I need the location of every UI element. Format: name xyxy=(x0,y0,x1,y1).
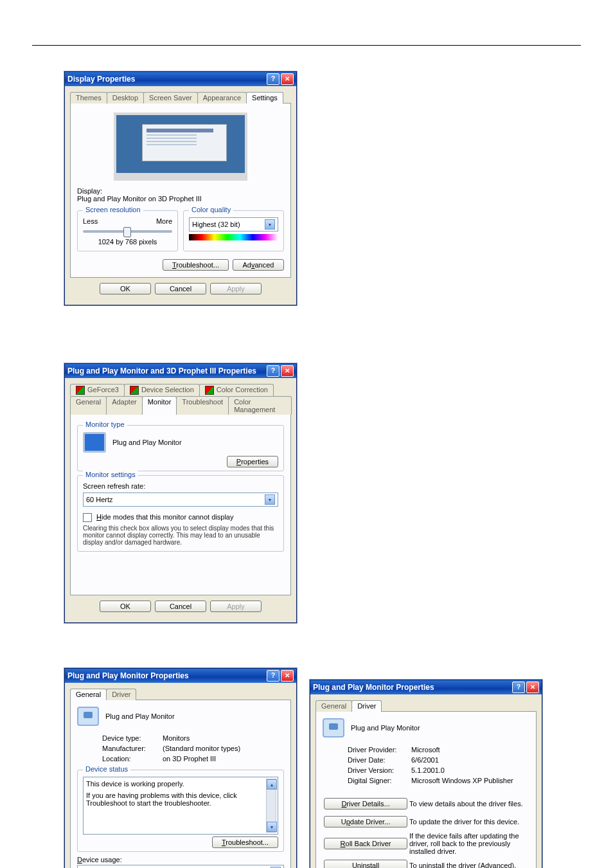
close-icon[interactable]: ✕ xyxy=(281,670,294,682)
titlebar[interactable]: Plug and Play Monitor and 3D Prophet III… xyxy=(65,364,296,378)
manufacturer-label: Manufacturer: xyxy=(102,744,161,753)
status-line-1: This device is working properly. xyxy=(86,780,275,788)
close-icon[interactable]: ✕ xyxy=(526,682,539,693)
tab-appearance[interactable]: Appearance xyxy=(197,92,247,104)
help-icon[interactable]: ? xyxy=(267,73,280,85)
tab-general[interactable]: General xyxy=(70,689,107,700)
general-panel: Plug and Play Monitor Device type:Monito… xyxy=(70,700,291,868)
chevron-down-icon: ▾ xyxy=(265,494,275,505)
tab-general[interactable]: General xyxy=(70,396,107,415)
monitor-type-legend: Monitor type xyxy=(83,420,127,428)
slider-less-label: Less xyxy=(83,217,98,225)
scroll-down-icon[interactable]: ▾ xyxy=(267,822,277,832)
tab-adapter[interactable]: Adapter xyxy=(106,396,143,415)
advanced-button[interactable]: Advanced xyxy=(233,259,284,271)
tab-troubleshoot[interactable]: Troubleshoot xyxy=(176,396,229,415)
rollback-driver-desc: If the device fails after updating the d… xyxy=(409,831,528,856)
settings-panel: Display: Plug and Play Monitor on 3D Pro… xyxy=(70,103,291,278)
ok-button[interactable]: OK xyxy=(100,601,151,612)
monitor-icon xyxy=(83,432,106,453)
rollback-driver-button[interactable]: Roll Back Driver xyxy=(324,838,407,849)
tab-desktop[interactable]: Desktop xyxy=(107,92,144,104)
scrollbar[interactable]: ▴ ▾ xyxy=(266,779,276,833)
nvidia-icon xyxy=(76,386,85,395)
tab-strip: General Driver xyxy=(315,700,537,712)
tab-driver[interactable]: Driver xyxy=(351,700,382,712)
device-type-label: Device type: xyxy=(102,734,161,743)
tab-monitor[interactable]: Monitor xyxy=(142,396,177,415)
tab-device-selection[interactable]: Device Selection xyxy=(124,384,200,396)
window-title: Plug and Play Monitor Properties xyxy=(67,671,189,680)
titlebar[interactable]: Display Properties ? ✕ xyxy=(65,72,296,86)
close-icon[interactable]: ✕ xyxy=(281,365,294,377)
properties-button[interactable]: Properties xyxy=(227,456,278,467)
driver-details-desc: To view details about the driver files. xyxy=(409,795,528,812)
troubleshoot-label: roubleshoot... xyxy=(176,261,219,269)
tab-settings[interactable]: Settings xyxy=(246,92,283,104)
manufacturer-value: (Standard monitor types) xyxy=(162,744,241,753)
ok-button[interactable]: OK xyxy=(100,283,151,294)
date-label: Driver Date: xyxy=(347,755,409,764)
nvidia-icon xyxy=(130,386,139,395)
color-quality-select[interactable]: Highest (32 bit) ▾ xyxy=(189,217,278,231)
titlebar[interactable]: Plug and Play Monitor Properties ? ✕ xyxy=(65,669,296,683)
cancel-button[interactable]: Cancel xyxy=(155,283,206,294)
version-value: 5.1.2001.0 xyxy=(411,766,514,775)
update-driver-desc: To update the driver for this device. xyxy=(409,813,528,830)
tab-row-1: GeForce3 Device Selection Color Correcti… xyxy=(70,384,291,396)
resolution-slider[interactable] xyxy=(83,230,172,233)
troubleshoot-button[interactable]: Troubleshoot... xyxy=(163,259,229,271)
refresh-rate-label: Screen refresh rate: xyxy=(83,482,278,490)
driver-info-table: Driver Provider:Microsoft Driver Date:6/… xyxy=(346,744,515,786)
help-icon[interactable]: ? xyxy=(267,670,280,682)
device-type-value: Monitors xyxy=(162,734,241,743)
date-value: 6/6/2001 xyxy=(411,755,514,764)
hide-modes-checkbox[interactable] xyxy=(83,513,92,522)
monitor-panel: Monitor type Plug and Play Monitor Prope… xyxy=(70,414,291,595)
signer-label: Digital Signer: xyxy=(347,776,409,785)
cancel-button[interactable]: Cancel xyxy=(155,601,206,612)
update-driver-button[interactable]: Update Driver... xyxy=(324,816,407,827)
monitor-properties-general-window: Plug and Play Monitor Properties ? ✕ Gen… xyxy=(64,668,297,868)
driver-panel: Plug and Play Monitor Driver Provider:Mi… xyxy=(315,711,537,868)
screen-res-legend: Screen resolution xyxy=(83,206,143,213)
tab-geforce3[interactable]: GeForce3 xyxy=(70,384,125,396)
tab-themes[interactable]: Themes xyxy=(70,92,107,104)
troubleshoot-button[interactable]: Troubleshoot... xyxy=(212,836,278,848)
help-icon[interactable]: ? xyxy=(267,365,280,377)
apply-button[interactable]: Apply xyxy=(210,283,262,294)
device-name: Plug and Play Monitor xyxy=(351,724,420,732)
uninstall-button[interactable]: Uninstall xyxy=(324,860,407,868)
tab-general[interactable]: General xyxy=(315,700,352,712)
display-label: Display: xyxy=(77,187,284,195)
close-icon[interactable]: ✕ xyxy=(281,73,294,85)
tab-row-2: General Adapter Monitor Troubleshoot Col… xyxy=(70,396,291,415)
apply-button[interactable]: Apply xyxy=(210,601,262,612)
nvidia-icon xyxy=(205,386,214,395)
hide-modes-label: Hide modes that this monitor cannot disp… xyxy=(96,513,233,521)
tab-strip: Themes Desktop Screen Saver Appearance S… xyxy=(70,92,291,104)
tab-color-management[interactable]: Color Management xyxy=(228,396,292,415)
display-properties-window: Display Properties ? ✕ Themes Desktop Sc… xyxy=(64,71,297,305)
version-label: Driver Version: xyxy=(347,766,409,775)
device-status-textarea: This device is working properly. If you … xyxy=(83,777,278,835)
color-spectrum xyxy=(189,234,278,240)
scroll-up-icon[interactable]: ▴ xyxy=(267,779,277,790)
page-rule xyxy=(32,45,581,46)
tab-color-correction[interactable]: Color Correction xyxy=(199,384,274,396)
driver-details-button[interactable]: Driver Details... xyxy=(324,798,407,809)
color-quality-value: Highest (32 bit) xyxy=(192,221,240,228)
tab-driver[interactable]: Driver xyxy=(106,689,136,700)
monitor-icon xyxy=(323,718,344,737)
device-usage-select[interactable]: Use this device (enable) ▾ xyxy=(77,865,284,868)
help-icon[interactable]: ? xyxy=(512,682,525,693)
monitor-settings-legend: Monitor settings xyxy=(83,471,138,478)
color-quality-legend: Color quality xyxy=(189,206,233,213)
refresh-rate-select[interactable]: 60 Hertz ▾ xyxy=(83,493,278,507)
monitor-properties-driver-window: Plug and Play Monitor Properties ? ✕ Gen… xyxy=(310,680,542,868)
tab-screensaver[interactable]: Screen Saver xyxy=(143,92,198,104)
uninstall-desc: To uninstall the driver (Advanced). xyxy=(409,857,528,868)
slider-more-label: More xyxy=(156,217,172,225)
titlebar[interactable]: Plug and Play Monitor Properties ? ✕ xyxy=(310,680,542,694)
device-usage-label: Device usage: xyxy=(77,856,284,863)
